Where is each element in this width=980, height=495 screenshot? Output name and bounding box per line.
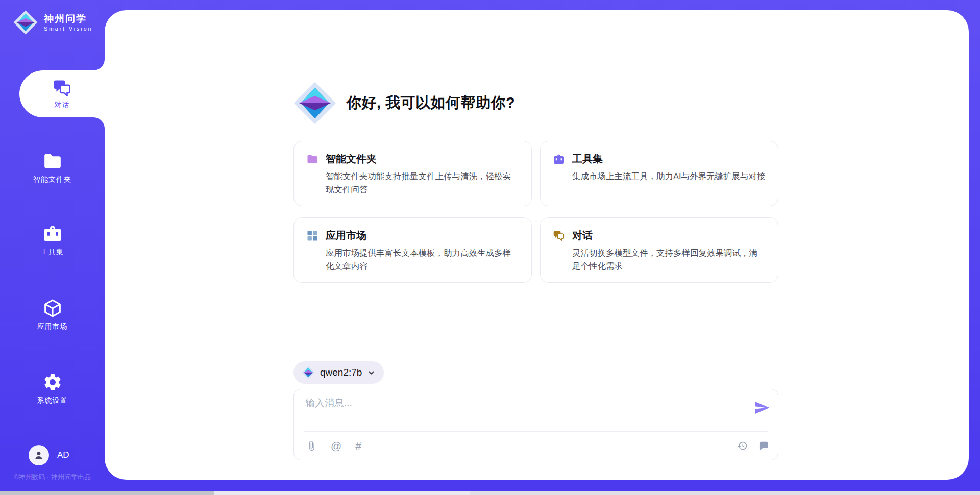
sidebar-item-settings[interactable]: 系统设置 [0, 372, 105, 405]
card-toolset[interactable]: 工具集 集成市场上主流工具，助力AI与外界无缝扩展与对接 [540, 141, 778, 206]
active-tab-curve-top [93, 59, 105, 70]
message-input-box: @ # [293, 389, 778, 460]
gear-icon [42, 372, 63, 392]
chat-bubble-icon [758, 440, 769, 451]
sidebar-item-label: 对话 [55, 101, 70, 110]
chat-bubbles-icon [553, 230, 565, 242]
composer: qwen2:7b @ # [293, 361, 778, 460]
history-button[interactable] [737, 440, 748, 451]
chat-bubbles-icon [53, 79, 72, 98]
card-title: 对话 [572, 229, 593, 242]
cube-icon [42, 298, 63, 318]
user-icon [33, 449, 45, 461]
sidebar-item-chat[interactable]: 对话 [19, 70, 105, 117]
model-name: qwen2:7b [320, 367, 362, 378]
feature-cards: 智能文件夹 智能文件夹功能支持批量文件上传与清洗，轻松实现文件问答 工具集 集成… [293, 141, 778, 283]
card-description: 灵活切换多模型文件，支持多样回复效果调试，满足个性化需求 [572, 246, 766, 273]
scrollbar-track-segment [470, 491, 980, 495]
grid-icon [306, 230, 318, 242]
sidebar-item-label: 系统设置 [37, 396, 68, 405]
briefcase-icon [42, 224, 63, 244]
card-chat[interactable]: 对话 灵活切换多模型文件，支持多样回复效果调试，满足个性化需求 [540, 217, 778, 283]
hashtag-button[interactable]: # [355, 440, 361, 451]
card-title: 智能文件夹 [326, 152, 377, 166]
card-smart-folder[interactable]: 智能文件夹 智能文件夹功能支持批量文件上传与清洗，轻松实现文件问答 [293, 141, 532, 206]
sidebar-item-label: 工具集 [41, 247, 64, 257]
model-diamond-icon [302, 366, 315, 379]
briefcase-icon [553, 153, 565, 165]
sidebar: 神州问学 Smart Vision 对话 智能文件夹 工具集 应用市场 系统设置 [0, 0, 105, 491]
greeting: 你好, 我可以如何帮助你? [293, 82, 515, 125]
sidebar-item-app-market[interactable]: 应用市场 [0, 298, 105, 331]
paperclip-icon [306, 440, 317, 451]
scrollbar-thumb[interactable] [0, 491, 214, 495]
model-selector[interactable]: qwen2:7b [293, 361, 384, 384]
user-profile[interactable]: AD [29, 445, 69, 465]
mention-button[interactable]: @ [331, 440, 341, 451]
conversation-button[interactable] [758, 440, 769, 451]
active-tab-curve-bottom [93, 117, 105, 129]
send-button[interactable] [753, 400, 771, 417]
sidebar-item-label: 应用市场 [37, 322, 68, 331]
history-clock-icon [737, 440, 748, 451]
app-background: 神州问学 Smart Vision 对话 智能文件夹 工具集 应用市场 系统设置 [0, 0, 980, 491]
sidebar-item-label: 智能文件夹 [33, 175, 71, 184]
card-description: 应用市场提供丰富长文本模板，助力高效生成多样化文章内容 [326, 246, 519, 273]
copyright-text: ©神州数码 · 神州问学出品 [0, 473, 105, 482]
brand-name: 神州问学 [44, 13, 92, 25]
input-toolbar: @ # [306, 432, 769, 460]
send-icon [754, 400, 770, 416]
card-description: 集成市场上主流工具，助力AI与外界无缝扩展与对接 [572, 170, 766, 183]
card-description: 智能文件夹功能支持批量文件上传与清洗，轻松实现文件问答 [326, 170, 519, 196]
sidebar-item-smart-folder[interactable]: 智能文件夹 [0, 151, 105, 184]
card-title: 工具集 [572, 152, 603, 166]
attach-button[interactable] [306, 440, 317, 451]
horizontal-scrollbar[interactable] [0, 491, 980, 495]
brand-logo: 神州问学 Smart Vision [13, 10, 92, 35]
sidebar-item-toolset[interactable]: 工具集 [0, 224, 105, 257]
card-app-market[interactable]: 应用市场 应用市场提供丰富长文本模板，助力高效生成多样化文章内容 [293, 217, 532, 283]
user-name: AD [57, 450, 69, 460]
brand-subtitle: Smart Vision [44, 26, 92, 32]
avatar [29, 445, 49, 465]
card-title: 应用市场 [326, 229, 366, 242]
folder-icon [42, 151, 63, 171]
folder-icon [306, 153, 318, 165]
greeting-text: 你好, 我可以如何帮助你? [347, 93, 515, 113]
main-panel: 你好, 我可以如何帮助你? 智能文件夹 智能文件夹功能支持批量文件上传与清洗，轻… [105, 10, 969, 480]
assistant-diamond-icon [293, 82, 336, 125]
message-input[interactable] [305, 397, 724, 428]
chevron-down-icon [367, 368, 376, 377]
brand-diamond-icon [13, 10, 38, 35]
